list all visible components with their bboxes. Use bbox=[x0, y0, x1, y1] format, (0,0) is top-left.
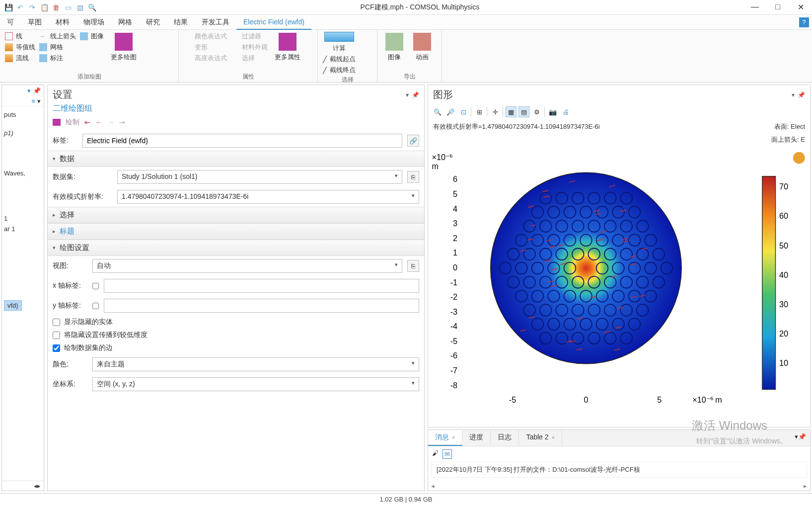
tree-opt-icon[interactable]: ▾ bbox=[37, 97, 41, 105]
plot-edges-check[interactable] bbox=[53, 344, 60, 352]
yaxis-input[interactable] bbox=[104, 299, 419, 313]
svg-text:50: 50 bbox=[779, 241, 788, 250]
tree-item[interactable]: 1 bbox=[4, 213, 42, 224]
dropdown-icon[interactable]: ▾ bbox=[792, 91, 795, 98]
snapshot-icon[interactable]: 📷 bbox=[547, 106, 558, 117]
tab-table2[interactable]: Table 2× bbox=[519, 430, 562, 446]
zoom-extents-icon[interactable]: ⊞ bbox=[474, 106, 485, 117]
scroll-right-icon[interactable]: ▸ bbox=[804, 482, 807, 490]
more-plots-button[interactable]: 更多绘图 bbox=[108, 32, 140, 63]
tab-mesh[interactable]: 网格 bbox=[111, 15, 139, 30]
show-hidden-check[interactable] bbox=[53, 319, 60, 326]
pin-icon[interactable]: 📌 bbox=[33, 87, 41, 94]
tree-item[interactable]: puts bbox=[4, 109, 42, 120]
coord-select[interactable]: 空间 (x, y, z) bbox=[92, 377, 419, 391]
section-plotsettings[interactable]: 绘图设置 bbox=[48, 240, 424, 256]
help-button[interactable]: ? bbox=[799, 17, 809, 27]
tab-results[interactable]: 结果 bbox=[167, 15, 195, 30]
pin-icon[interactable]: 📌 bbox=[798, 433, 806, 440]
yaxis-check[interactable] bbox=[92, 303, 99, 309]
tab-materials[interactable]: 材料 bbox=[49, 15, 76, 30]
propagate-hidden-check[interactable] bbox=[53, 332, 60, 339]
tab-devtools[interactable]: 开发工具 bbox=[195, 15, 236, 30]
undo-icon[interactable]: ↶ bbox=[16, 3, 25, 12]
plot-canvas[interactable]: ×10⁻⁶ m 654 321 0-1-2 -3-4-5 -6-7-8 bbox=[428, 146, 810, 427]
dataset-goto-icon[interactable]: ⎘ bbox=[407, 171, 419, 183]
zoom-box-icon[interactable]: ⊡ bbox=[458, 106, 469, 117]
minimize-button[interactable]: — bbox=[743, 2, 766, 12]
scroll-left-icon[interactable]: ◂ bbox=[431, 482, 435, 490]
grid-icon[interactable]: ▤ bbox=[518, 106, 529, 117]
section-data[interactable]: 数据 bbox=[48, 151, 424, 167]
dropdown-icon[interactable]: ▾ bbox=[795, 433, 798, 440]
tab-study[interactable]: 研究 bbox=[139, 15, 167, 30]
mail-icon[interactable]: ✉ bbox=[443, 449, 452, 459]
print-icon[interactable]: 🖨 bbox=[560, 106, 571, 117]
svg-text:40: 40 bbox=[779, 270, 788, 279]
tree-item-selected[interactable]: vfd) bbox=[4, 299, 42, 312]
brush-icon[interactable]: 🖌 bbox=[432, 449, 439, 459]
plot-annotation[interactable]: 标注 bbox=[39, 54, 76, 63]
save-icon[interactable]: 💾 bbox=[4, 3, 13, 12]
zoom-select-icon[interactable]: 🔍 bbox=[87, 3, 96, 12]
export-image-button[interactable]: 图像 bbox=[382, 32, 406, 63]
copy-icon[interactable]: 📋 bbox=[40, 3, 49, 12]
dataset-select[interactable]: Study 1/Solution 1 (sol1) bbox=[117, 170, 402, 184]
tab-messages[interactable]: 消息× bbox=[428, 430, 462, 446]
plot-mesh[interactable]: 网格 bbox=[39, 43, 76, 52]
tree-item[interactable]: ar 1 bbox=[4, 224, 42, 234]
close-button[interactable]: ✕ bbox=[789, 2, 812, 12]
rect-select-icon[interactable]: ▭ bbox=[64, 3, 73, 12]
compute-button[interactable]: 计算 bbox=[323, 32, 356, 53]
color-select[interactable]: 来自主题 bbox=[92, 357, 419, 371]
tab-electric-field[interactable]: Electric Field (ewfd) bbox=[236, 15, 311, 30]
tag-input[interactable] bbox=[82, 134, 402, 148]
camera-icon[interactable]: ⚙ bbox=[531, 106, 542, 117]
delete-icon[interactable]: 🗑 bbox=[52, 3, 61, 12]
plot-linearrow[interactable]: 线上箭头 bbox=[39, 32, 76, 41]
view-goto-icon[interactable]: ⎘ bbox=[407, 260, 419, 272]
effindex-select[interactable]: 1.47980407230974-1.109418973473E-6i bbox=[117, 190, 419, 204]
redo-icon[interactable]: ↷ bbox=[28, 3, 37, 12]
plot-icon[interactable] bbox=[53, 119, 61, 126]
pin-icon[interactable]: 📌 bbox=[412, 91, 419, 98]
lasso-select-icon[interactable]: ▧ bbox=[75, 3, 84, 12]
section-select[interactable]: 选择 bbox=[48, 207, 424, 223]
draw-button[interactable]: 绘制 bbox=[66, 118, 79, 127]
plot-contour[interactable]: 等值线 bbox=[5, 43, 35, 52]
tab-geometry[interactable]: 可 bbox=[0, 15, 21, 30]
tree-collapse-icon[interactable]: ▾ bbox=[27, 87, 31, 94]
maximize-button[interactable]: □ bbox=[766, 2, 789, 12]
tag-link-icon[interactable]: 🔗 bbox=[407, 135, 419, 147]
axes-icon[interactable]: ✛ bbox=[490, 106, 501, 117]
zoom-in-icon[interactable]: 🔍 bbox=[432, 106, 443, 117]
plot-streamline[interactable]: 流线 bbox=[5, 54, 35, 63]
more-attrs-button[interactable]: 更多属性 bbox=[272, 32, 303, 63]
tab-progress[interactable]: 进度 bbox=[462, 430, 491, 446]
plot-image[interactable]: 图像 bbox=[80, 32, 104, 41]
svg-text:10: 10 bbox=[779, 358, 788, 367]
arrow-label: 面上箭头: E bbox=[428, 133, 810, 146]
tab-physics[interactable]: 物理场 bbox=[76, 15, 111, 30]
tree-item[interactable]: Waves, bbox=[4, 168, 42, 178]
cut-start[interactable]: ╱截线起点 bbox=[323, 55, 356, 64]
xaxis-check[interactable] bbox=[92, 283, 99, 289]
zoom-out-icon[interactable]: 🔎 bbox=[445, 106, 456, 117]
tree-item[interactable]: p1) bbox=[4, 128, 42, 138]
tab-sketch[interactable]: 草图 bbox=[21, 15, 49, 30]
scene-light-icon[interactable]: ▦ bbox=[506, 106, 517, 117]
plot-line[interactable]: 线 bbox=[5, 32, 35, 41]
scroll-left-icon[interactable]: ◂ bbox=[34, 482, 37, 490]
cut-end[interactable]: ╱截线终点 bbox=[323, 66, 356, 75]
dropdown-icon[interactable]: ▾ bbox=[406, 91, 409, 98]
tab-log[interactable]: 日志 bbox=[491, 430, 519, 446]
view-select[interactable]: 自动 bbox=[92, 259, 402, 273]
tree-view-icon[interactable]: ≡ bbox=[31, 97, 35, 105]
section-title[interactable]: 标题 bbox=[48, 223, 424, 240]
pin-icon[interactable]: 📌 bbox=[798, 91, 805, 98]
export-anim-button[interactable]: 动画 bbox=[410, 32, 434, 63]
nav-prev-icon[interactable]: ← bbox=[95, 118, 102, 126]
xaxis-input[interactable] bbox=[104, 279, 419, 293]
nav-first-icon[interactable]: ⇤ bbox=[84, 118, 90, 126]
scroll-right-icon[interactable]: ▸ bbox=[37, 482, 41, 490]
